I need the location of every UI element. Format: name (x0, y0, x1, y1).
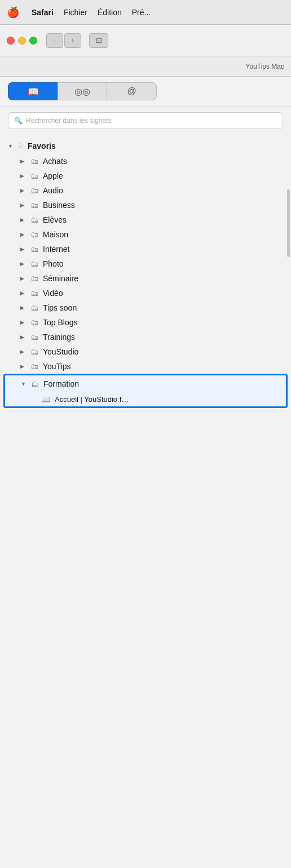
folder-apple-chevron: ▶ (20, 173, 26, 179)
tab-bookmarks[interactable]: 📖 (8, 82, 58, 100)
folder-video-icon: 🗂 (30, 289, 38, 298)
folder-maison-icon: 🗂 (30, 230, 38, 239)
forward-button[interactable]: › (64, 33, 81, 48)
search-placeholder: Rechercher dans les signets (26, 117, 111, 125)
bookmarks-tree: ▼ ☆ Favoris ▶ 🗂 Achats ▶ 🗂 Apple ▶ 🗂 Aud… (0, 135, 291, 411)
folder-photo-label: Photo (43, 259, 64, 268)
fichier-menu[interactable]: Fichier (64, 8, 87, 17)
traffic-lights (7, 37, 37, 45)
maximize-button[interactable] (29, 37, 37, 45)
address-bar-area: YouTips Mac (0, 56, 291, 77)
safari-menu[interactable]: Safari (32, 8, 54, 17)
folder-photo-chevron: ▶ (20, 261, 26, 267)
pre-menu[interactable]: Pré... (132, 8, 151, 17)
toolbar: ‹ › ⊡ (0, 25, 291, 56)
tab-reading[interactable]: ◎◎ (58, 82, 107, 100)
folder-youtips-label: YouTips (43, 362, 71, 371)
folder-tips-soon-icon: 🗂 (30, 303, 38, 312)
folder-youtips-chevron: ▶ (20, 364, 26, 369)
folder-achats-label: Achats (43, 157, 67, 166)
folder-eleves-icon: 🗂 (30, 215, 38, 224)
folder-top-blogs-chevron: ▶ (20, 320, 26, 325)
folder-audio[interactable]: ▶ 🗂 Audio (0, 183, 291, 198)
favorites-label: Favoris (28, 141, 56, 150)
folder-internet-icon: 🗂 (30, 245, 38, 254)
folder-trainings-icon: 🗂 (30, 333, 38, 342)
folder-apple-icon: 🗂 (30, 171, 38, 180)
folder-tips-soon[interactable]: ▶ 🗂 Tips soon (0, 300, 291, 315)
folder-eleves-chevron: ▶ (20, 217, 26, 223)
folder-trainings[interactable]: ▶ 🗂 Trainings (0, 330, 291, 344)
bookmark-reading-icon: 📖 (41, 395, 50, 404)
folder-internet[interactable]: ▶ 🗂 Internet (0, 242, 291, 256)
folder-photo-icon: 🗂 (30, 259, 38, 268)
folder-video-chevron: ▶ (20, 290, 26, 296)
folder-formation-chevron: ▼ (21, 381, 27, 387)
folder-audio-chevron: ▶ (20, 188, 26, 193)
folder-internet-label: Internet (43, 245, 69, 254)
folder-seminaire-label: Séminaire (43, 274, 78, 283)
tab-title: YouTips Mac (246, 63, 284, 70)
minimize-button[interactable] (18, 37, 26, 45)
folder-achats-chevron: ▶ (20, 158, 26, 164)
favorites-star-icon: ☆ (17, 141, 24, 151)
edition-menu[interactable]: Édition (98, 8, 122, 17)
folder-internet-chevron: ▶ (20, 246, 26, 252)
selected-formation-section: ▼ 🗂 Formation 📖 Accueil | YouStudio f… (3, 374, 288, 408)
folder-formation[interactable]: ▼ 🗂 Formation (5, 375, 286, 392)
back-icon: ‹ (54, 36, 56, 45)
folder-youstudio[interactable]: ▶ 🗂 YouStudio (0, 344, 291, 359)
folder-youtips-icon: 🗂 (30, 362, 38, 371)
close-button[interactable] (7, 37, 15, 45)
folder-video-label: Vidéo (43, 289, 63, 298)
folder-tips-soon-chevron: ▶ (20, 305, 26, 311)
menu-bar: 🍎 Safari Fichier Édition Pré... (0, 0, 291, 25)
favorites-chevron: ▼ (8, 143, 14, 149)
folder-trainings-label: Trainings (43, 333, 75, 342)
folder-achats[interactable]: ▶ 🗂 Achats (0, 154, 291, 169)
forward-icon: › (72, 36, 74, 45)
folder-maison-chevron: ▶ (20, 232, 26, 237)
tab-bar: 📖 ◎◎ @ (0, 77, 291, 107)
folder-seminaire-chevron: ▶ (20, 276, 26, 281)
search-container: 🔍 Rechercher dans les signets (0, 107, 291, 135)
folder-youtips[interactable]: ▶ 🗂 YouTips (0, 359, 291, 374)
folder-top-blogs[interactable]: ▶ 🗂 Top Blogs (0, 315, 291, 330)
folder-business-icon: 🗂 (30, 201, 38, 210)
folder-trainings-chevron: ▶ (20, 334, 26, 340)
bookmark-accueil[interactable]: 📖 Accueil | YouStudio f… (5, 392, 286, 406)
folder-tips-soon-label: Tips soon (43, 303, 77, 312)
folder-apple-label: Apple (43, 171, 63, 180)
folder-eleves-label: Elèves (43, 215, 67, 224)
folder-maison[interactable]: ▶ 🗂 Maison (0, 227, 291, 242)
folder-formation-icon: 🗂 (31, 379, 39, 388)
folder-youstudio-icon: 🗂 (30, 347, 38, 356)
folder-apple[interactable]: ▶ 🗂 Apple (0, 169, 291, 183)
tab-at[interactable]: @ (107, 82, 157, 100)
back-button[interactable]: ‹ (46, 33, 63, 48)
apple-menu[interactable]: 🍎 (7, 6, 19, 19)
sidebar-toggle-button[interactable]: ⊡ (89, 33, 108, 48)
folder-video[interactable]: ▶ 🗂 Vidéo (0, 286, 291, 300)
folder-audio-label: Audio (43, 186, 63, 195)
sidebar-wrapper: 📖 ◎◎ @ 🔍 Rechercher dans les signets ▼ ☆… (0, 77, 291, 868)
folder-formation-label: Formation (43, 379, 79, 388)
folder-business-label: Business (43, 201, 75, 210)
sidebar-panel: 📖 ◎◎ @ 🔍 Rechercher dans les signets ▼ ☆… (0, 77, 291, 868)
folder-business-chevron: ▶ (20, 202, 26, 208)
folder-top-blogs-icon: 🗂 (30, 318, 38, 327)
folder-maison-label: Maison (43, 230, 68, 239)
folder-photo[interactable]: ▶ 🗂 Photo (0, 256, 291, 271)
folder-youstudio-chevron: ▶ (20, 349, 26, 355)
scrollbar-thumb[interactable] (287, 189, 290, 257)
nav-buttons: ‹ › (46, 33, 81, 48)
scrollbar-track[interactable] (286, 189, 291, 697)
favorites-header[interactable]: ▼ ☆ Favoris (0, 138, 291, 154)
folder-audio-icon: 🗂 (30, 186, 38, 195)
folder-top-blogs-label: Top Blogs (43, 318, 77, 327)
search-box[interactable]: 🔍 Rechercher dans les signets (8, 112, 283, 129)
folder-seminaire-icon: 🗂 (30, 274, 38, 283)
folder-eleves[interactable]: ▶ 🗂 Elèves (0, 212, 291, 227)
folder-business[interactable]: ▶ 🗂 Business (0, 198, 291, 212)
folder-seminaire[interactable]: ▶ 🗂 Séminaire (0, 271, 291, 286)
